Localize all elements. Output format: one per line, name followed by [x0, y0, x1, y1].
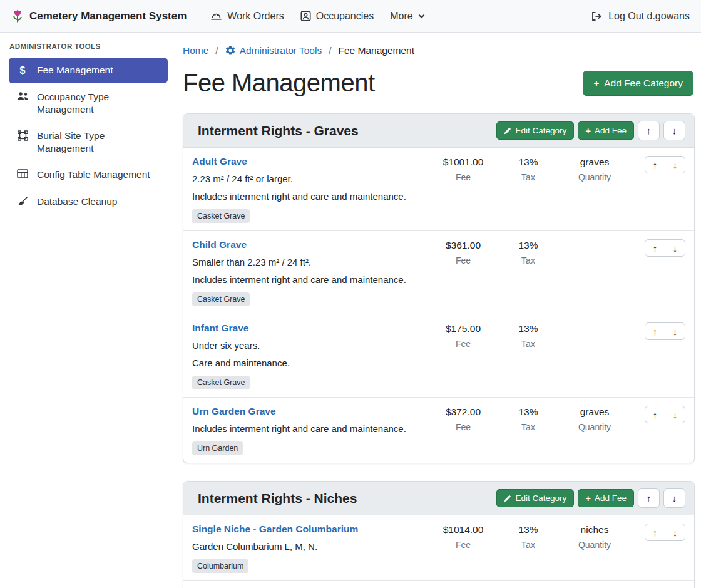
fee-row: Adult Grave 2.23 m² / 24 ft² or larger. …: [183, 148, 694, 231]
edit-category-button[interactable]: Edit Category: [496, 489, 574, 507]
nav-occupancies[interactable]: Occupancies: [300, 11, 374, 22]
move-fee-up-button[interactable]: ↑: [645, 156, 665, 173]
fee-amount: $175.00: [428, 323, 498, 334]
down-arrow-icon: ↓: [673, 326, 678, 337]
gear-icon: [225, 46, 235, 56]
move-fee-down-button[interactable]: ↓: [665, 406, 685, 423]
logout-button[interactable]: Log Out d.gowans: [591, 11, 690, 22]
fee-name-link[interactable]: Child Grave: [192, 239, 247, 250]
fee-tax: 13%: [498, 157, 558, 168]
move-fee-up-button[interactable]: ↑: [645, 322, 665, 340]
move-category-up-button[interactable]: ↑: [638, 121, 660, 140]
fee-tax-label: Tax: [498, 339, 558, 349]
chevron-down-icon: [418, 14, 425, 19]
fee-amount: $372.00: [428, 406, 498, 418]
sidebar-item-fee-management[interactable]: $ Fee Management: [9, 58, 168, 83]
fee-details: Urn Garden Grave Includes interment righ…: [192, 406, 428, 455]
sidebar-item-label: Occupancy Type Management: [37, 91, 160, 116]
fee-tax: 13%: [498, 240, 558, 251]
plus-icon: +: [585, 493, 591, 503]
fee-tax-label: Tax: [498, 255, 558, 266]
fee-amount-label: Fee: [428, 339, 498, 349]
move-fee-down-button[interactable]: ↓: [665, 156, 685, 173]
move-fee-down-button[interactable]: ↓: [665, 239, 685, 257]
breadcrumb-current: Fee Management: [339, 45, 415, 56]
move-fee-down-button[interactable]: ↓: [665, 322, 685, 340]
reorder-buttons: ↑ ↓: [645, 239, 685, 257]
breadcrumb-separator: /: [329, 45, 331, 56]
logout-label: Log Out d.gowans: [608, 11, 690, 22]
sidebar-item-config-table[interactable]: Config Table Management: [9, 162, 168, 188]
fee-quantity-col: graves Quantity: [558, 156, 631, 182]
fee-description: Includes interment right and care and ma…: [192, 190, 423, 202]
fee-row: Companion Niche - Garden Columbarium Gar…: [183, 581, 694, 588]
fee-quantity-label: Quantity: [558, 540, 631, 550]
breadcrumb-home-link[interactable]: Home: [183, 45, 208, 56]
fee-amount-col: $361.00 Fee: [428, 239, 498, 266]
fee-name-link[interactable]: Single Niche - Garden Columbarium: [192, 524, 358, 535]
main-nav: Work Orders Occupancies More: [210, 11, 424, 22]
up-arrow-icon: ↑: [653, 160, 658, 170]
fee-type-badge: Casket Grave: [192, 292, 250, 306]
move-fee-up-button[interactable]: ↑: [645, 524, 665, 541]
up-arrow-icon: ↑: [647, 125, 652, 136]
fee-amount-col: $1001.00 Fee: [428, 156, 498, 182]
hard-hat-icon: [210, 11, 222, 21]
up-arrow-icon: ↑: [653, 410, 658, 420]
sidebar-heading: ADMINISTRATOR TOOLS: [9, 43, 168, 50]
move-category-down-button[interactable]: ↓: [663, 488, 685, 508]
fee-name-link[interactable]: Adult Grave: [192, 156, 247, 167]
fee-name-link[interactable]: Urn Garden Grave: [192, 406, 276, 417]
fee-tax-col: 13% Tax: [498, 156, 558, 182]
nav-more[interactable]: More: [390, 11, 424, 22]
up-arrow-icon: ↑: [653, 527, 658, 538]
down-arrow-icon: ↓: [672, 493, 677, 503]
add-fee-button[interactable]: + Add Fee: [578, 489, 634, 507]
nav-work-orders[interactable]: Work Orders: [210, 11, 284, 22]
pencil-icon: [504, 127, 511, 135]
category-title: Interment Rights - Niches: [192, 491, 493, 506]
fee-name-link[interactable]: Infant Grave: [192, 322, 248, 334]
dollar-icon: $: [16, 64, 29, 77]
down-arrow-icon: ↓: [672, 125, 677, 136]
app-brand[interactable]: Cemetery Management System: [11, 8, 187, 24]
add-fee-category-button[interactable]: + Add Fee Category: [583, 71, 693, 96]
fee-amount-col: $1014.00 Fee: [428, 524, 498, 550]
fee-amount: $1014.00: [428, 524, 498, 535]
fee-description: 2.23 m² / 24 ft² or larger.: [192, 173, 423, 185]
top-navbar: Cemetery Management System Work Orders: [0, 0, 701, 33]
vector-square-icon: [16, 130, 29, 144]
fee-details: Single Niche - Garden Columbarium Garden…: [192, 524, 428, 573]
move-category-down-button[interactable]: ↓: [663, 121, 685, 140]
up-arrow-icon: ↑: [647, 493, 652, 503]
logout-icon: [591, 11, 603, 21]
fee-quantity: graves: [558, 157, 631, 168]
down-arrow-icon: ↓: [673, 160, 678, 170]
move-category-up-button[interactable]: ↑: [638, 488, 660, 508]
fee-quantity-col: [558, 322, 631, 339]
sidebar-item-burial-site-type[interactable]: Burial Site Type Management: [9, 123, 168, 161]
reorder-buttons: ↑ ↓: [645, 156, 685, 173]
sidebar-item-label: Fee Management: [37, 64, 113, 76]
add-fee-button[interactable]: + Add Fee: [578, 121, 634, 140]
fee-quantity: [558, 323, 631, 334]
fee-tax-col: 13% Tax: [498, 406, 558, 432]
sidebar-item-occupancy-type[interactable]: Occupancy Type Management: [9, 85, 168, 122]
move-fee-up-button[interactable]: ↑: [645, 406, 665, 423]
down-arrow-icon: ↓: [673, 527, 678, 538]
fee-quantity: graves: [558, 406, 631, 418]
move-fee-down-button[interactable]: ↓: [665, 524, 685, 541]
fee-amount-label: Fee: [428, 172, 498, 182]
broom-icon: [16, 196, 29, 209]
move-fee-up-button[interactable]: ↑: [645, 239, 665, 257]
fee-quantity-col: graves Quantity: [558, 406, 631, 432]
sidebar-item-label: Database Cleanup: [37, 195, 117, 208]
breadcrumb-admin-tools-link[interactable]: Administrator Tools: [225, 45, 322, 56]
edit-category-button[interactable]: Edit Category: [496, 121, 574, 140]
fee-tax-col: 13% Tax: [498, 524, 558, 550]
down-arrow-icon: ↓: [673, 243, 678, 254]
fee-amount-label: Fee: [428, 540, 498, 550]
admin-sidebar: ADMINISTRATOR TOOLS $ Fee Management Occ…: [0, 33, 175, 588]
fee-tax: 13%: [498, 524, 558, 535]
sidebar-item-database-cleanup[interactable]: Database Cleanup: [9, 189, 168, 215]
